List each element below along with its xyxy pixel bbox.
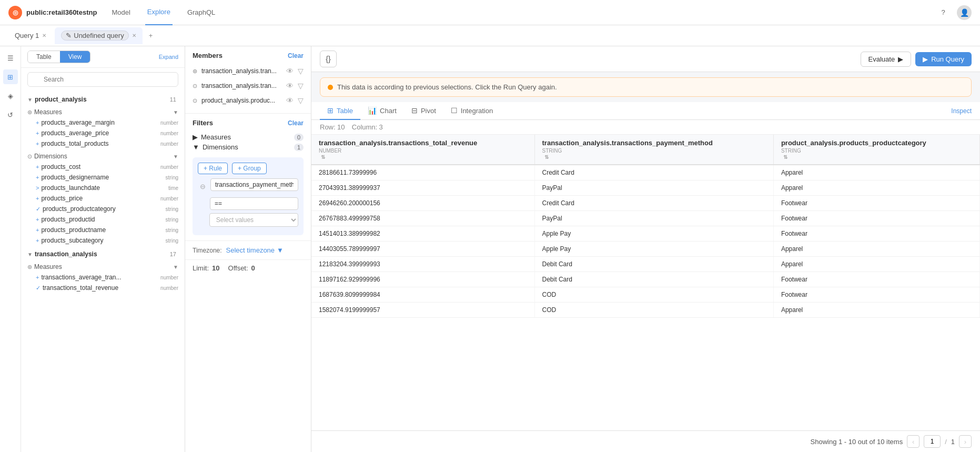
tab-badge-label: Undefined query bbox=[74, 32, 124, 39]
col-header-payment[interactable]: transaction_analysis.transactions_paymen… bbox=[534, 135, 773, 165]
table-cell: Footwear bbox=[773, 226, 979, 242]
table-cell: 1687639.8099999984 bbox=[311, 287, 534, 303]
item-name[interactable]: products_productcategory bbox=[43, 205, 166, 213]
next-page-button[interactable]: › bbox=[959, 435, 972, 448]
filter-value-row: Select values bbox=[198, 213, 298, 227]
nav-explore[interactable]: Explore bbox=[145, 0, 173, 25]
search-input[interactable] bbox=[27, 72, 178, 87]
tab-undefined-close[interactable]: ✕ bbox=[132, 33, 136, 38]
expand-button[interactable]: Expand bbox=[159, 54, 178, 60]
table-cell: 14514013.389999982 bbox=[311, 226, 534, 242]
col-header-revenue-type: NUMBER bbox=[319, 148, 527, 154]
tree-section-product-analysis-header[interactable]: ▼ product_analysis 11 bbox=[21, 93, 185, 106]
tab-pivot[interactable]: ⊟ Pivot bbox=[404, 102, 443, 120]
transaction-count: 17 bbox=[170, 251, 176, 257]
sidebar-history-icon[interactable]: ↺ bbox=[3, 107, 18, 122]
filter-dimensions-header[interactable]: ▼ Dimensions 1 bbox=[193, 143, 304, 151]
filter-remove-icon[interactable]: ⊖ bbox=[198, 182, 207, 191]
sort-icon: ⇅ bbox=[321, 154, 325, 160]
item-name[interactable]: products_subcategory bbox=[41, 237, 165, 244]
item-name[interactable]: products_average_price bbox=[41, 129, 160, 137]
member-eye-icon[interactable]: 👁 bbox=[286, 82, 294, 90]
col-header-revenue[interactable]: transaction_analysis.transactions_total_… bbox=[311, 135, 534, 165]
prev-page-button[interactable]: ‹ bbox=[907, 435, 920, 448]
page-number-input[interactable] bbox=[924, 435, 941, 448]
item-name[interactable]: products_price bbox=[41, 195, 160, 202]
product-analysis-count: 11 bbox=[170, 96, 176, 103]
table-cell: COD bbox=[534, 287, 773, 303]
member-eye-icon[interactable]: 👁 bbox=[286, 96, 294, 105]
help-icon[interactable]: ? bbox=[936, 5, 951, 20]
member-filter-icon[interactable]: ▽ bbox=[298, 96, 304, 105]
inspect-button[interactable]: Inspect bbox=[951, 103, 972, 119]
timezone-select[interactable]: Select timezone ▼ bbox=[226, 246, 284, 254]
item-name[interactable]: products_productid bbox=[41, 216, 165, 223]
user-avatar[interactable]: 👤 bbox=[957, 5, 972, 20]
item-name[interactable]: transactions_total_revenue bbox=[43, 284, 160, 292]
nav-graphql[interactable]: GraphQL bbox=[185, 0, 217, 25]
filter-measures-chevron: ▶ bbox=[193, 133, 198, 141]
sidebar-chart-icon[interactable]: ⊞ bbox=[3, 69, 18, 84]
tab-integration[interactable]: ☐ Integration bbox=[443, 102, 500, 120]
member-filter-icon[interactable]: ▽ bbox=[298, 82, 304, 90]
tab-pivot-label: Pivot bbox=[421, 107, 436, 115]
total-pages: 1 bbox=[951, 438, 955, 446]
tab-table[interactable]: ⊞ Table bbox=[320, 102, 360, 120]
tab-undefined-query[interactable]: ✎ Undefined query ✕ bbox=[55, 27, 142, 44]
item-plus-icon: + bbox=[36, 227, 39, 233]
item-name[interactable]: products_designername bbox=[41, 174, 165, 181]
item-name[interactable]: products_total_products bbox=[41, 140, 160, 147]
table-view-btn[interactable]: Table bbox=[28, 51, 60, 63]
filter-group-button[interactable]: + Group bbox=[232, 163, 267, 174]
code-button[interactable]: {} bbox=[320, 51, 337, 67]
col-header-category[interactable]: product_analysis.products_productcategor… bbox=[773, 135, 979, 165]
member-eye-icon[interactable]: 👁 bbox=[286, 67, 294, 75]
item-check-icon: ✓ bbox=[36, 285, 41, 292]
item-type: number bbox=[160, 141, 178, 147]
view-view-btn[interactable]: View bbox=[60, 51, 90, 63]
filter-measures-row[interactable]: ▶ Measures 0 bbox=[193, 131, 304, 143]
item-plus-icon: + bbox=[36, 130, 39, 136]
tab-query1[interactable]: Query 1 ✕ bbox=[8, 27, 53, 44]
sidebar-menu-icon[interactable]: ☰ bbox=[3, 51, 18, 65]
run-query-button[interactable]: ▶ Run Query bbox=[915, 52, 972, 66]
table-row: 27043931.389999937PayPalApparel bbox=[311, 180, 980, 196]
dimensions-chevron: ▼ bbox=[173, 154, 178, 159]
item-name[interactable]: products_launchdate bbox=[41, 184, 168, 192]
filter-field-input[interactable] bbox=[210, 178, 298, 191]
tab-query1-close[interactable]: ✕ bbox=[42, 33, 46, 38]
sort-icon: ⇅ bbox=[544, 154, 549, 160]
filter-rule-button[interactable]: + Rule bbox=[198, 163, 228, 174]
item-type: time bbox=[168, 185, 178, 191]
chart-icon: 📊 bbox=[368, 106, 377, 115]
filter-operator-input[interactable] bbox=[210, 197, 298, 210]
item-name[interactable]: products_productname bbox=[41, 226, 165, 234]
item-name[interactable]: transactions_average_tran... bbox=[41, 274, 160, 281]
tab-add-button[interactable]: + bbox=[145, 29, 157, 42]
tree-section-transaction-header[interactable]: ▼ transaction_analysis 17 bbox=[21, 248, 185, 260]
product-analysis-title: product_analysis bbox=[35, 96, 170, 103]
product-analysis-chevron: ▼ bbox=[27, 97, 33, 103]
transaction-measures-header[interactable]: ⊛ Measures ▼ bbox=[27, 262, 178, 272]
item-name[interactable]: products_cost bbox=[41, 163, 160, 170]
filter-rule-group: + Rule + Group ⊖ Select values bbox=[193, 157, 304, 235]
item-name[interactable]: products_average_margin bbox=[41, 119, 160, 126]
dimensions-subsection-header[interactable]: ⊙ Dimensions ▼ bbox=[27, 151, 178, 162]
sidebar-data-icon[interactable]: ◈ bbox=[3, 88, 18, 103]
list-item: + products_average_margin number bbox=[27, 117, 178, 128]
evaluate-label: Evaluate bbox=[868, 55, 895, 63]
page-separator: / bbox=[945, 438, 947, 446]
tab-chart[interactable]: 📊 Chart bbox=[360, 102, 404, 120]
member-filter-icon[interactable]: ▽ bbox=[298, 67, 304, 75]
table-cell: 11897162.929999996 bbox=[311, 272, 534, 287]
filter-value-select[interactable]: Select values bbox=[209, 213, 298, 227]
measures-subsection-header[interactable]: ⊛ Measures ▼ bbox=[27, 107, 178, 117]
filter-btns: + Rule + Group bbox=[198, 163, 298, 174]
tab-integration-label: Integration bbox=[461, 107, 493, 115]
evaluate-button[interactable]: Evaluate ▶ bbox=[861, 52, 912, 67]
table-cell: 1582074.9199999957 bbox=[311, 303, 534, 318]
members-clear-button[interactable]: Clear bbox=[288, 52, 304, 59]
item-plus-icon: + bbox=[36, 140, 39, 147]
filters-clear-button[interactable]: Clear bbox=[288, 119, 304, 127]
nav-model[interactable]: Model bbox=[109, 0, 132, 25]
